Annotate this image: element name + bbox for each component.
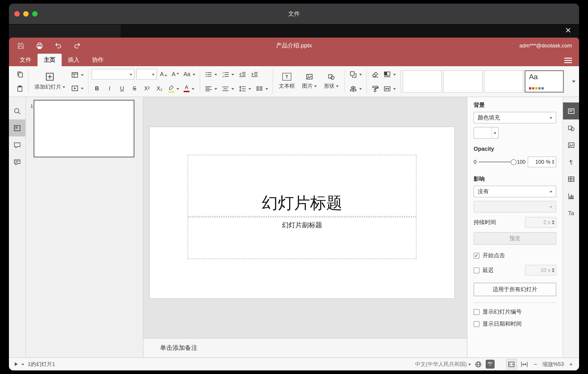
spin-down-icon[interactable] [552, 271, 555, 274]
undo-button[interactable] [54, 42, 62, 49]
theme-gallery-expand-button[interactable] [569, 79, 577, 83]
bullets-button[interactable] [203, 69, 219, 80]
start-slideshow-status-button[interactable] [13, 362, 24, 367]
close-window-button[interactable] [14, 11, 20, 17]
spell-check-button[interactable]: abc ✓ [486, 360, 495, 369]
insert-shape-button[interactable]: 形状 [321, 73, 341, 90]
tab-insert[interactable]: 插入 [62, 54, 86, 66]
notes-area[interactable]: 单击添加备注 [143, 338, 467, 357]
add-slide-button[interactable]: 添加幻灯片 [32, 72, 68, 91]
redo-button[interactable] [73, 42, 81, 49]
opacity-slider[interactable] [479, 162, 515, 162]
preview-button[interactable]: 预览 [474, 232, 556, 245]
effect-select[interactable]: 没有 [474, 186, 556, 197]
slide-thumbnail[interactable] [33, 100, 135, 157]
print-button[interactable] [36, 42, 43, 49]
strikethrough-button[interactable]: S [129, 83, 140, 94]
chart-settings-button[interactable] [563, 187, 579, 204]
fit-to-slide-button[interactable] [506, 359, 517, 370]
change-layout-button[interactable] [70, 69, 85, 80]
tab-file[interactable]: 文件 [13, 54, 38, 66]
spin-up-icon[interactable] [552, 267, 555, 270]
underline-button[interactable]: U [117, 83, 127, 94]
spin-down-icon[interactable] [552, 162, 555, 165]
close-icon[interactable]: × [565, 24, 571, 37]
slides-panel-button[interactable] [9, 120, 25, 136]
theme-tile-selected[interactable]: Aa [525, 70, 564, 93]
fill-type-select[interactable]: 颜色填充 [474, 112, 556, 123]
insert-image-button[interactable]: 图片 [299, 73, 319, 90]
language-select[interactable]: 中文(中华人民共和国) [415, 360, 471, 368]
tab-collaboration[interactable]: 协作 [86, 54, 110, 66]
decrease-font-button[interactable]: A [170, 69, 180, 80]
document-language-button[interactable] [474, 360, 482, 368]
spin-down-icon[interactable] [552, 223, 555, 226]
decrease-indent-button[interactable] [237, 69, 248, 80]
start-slideshow-button[interactable] [70, 83, 85, 93]
slide[interactable]: 幻灯片标题 幻灯片副标题 [150, 127, 454, 298]
subscript-button[interactable]: X₂ [154, 83, 165, 94]
shape-settings-button[interactable] [563, 120, 579, 136]
apply-to-all-button[interactable]: 适用于所有幻灯片 [474, 283, 556, 296]
line-spacing-button[interactable] [237, 83, 252, 94]
effect-option-select[interactable] [474, 201, 556, 212]
highlight-color-button[interactable] [167, 83, 180, 94]
italic-button[interactable]: I [104, 83, 115, 94]
insert-textbox-button[interactable]: T 文本框 [276, 73, 298, 90]
align-shapes-button[interactable] [348, 83, 363, 94]
superscript-button[interactable]: X² [142, 83, 152, 94]
arrange-shapes-button[interactable] [348, 69, 363, 80]
save-button[interactable] [17, 42, 25, 49]
bold-button[interactable]: B [92, 83, 102, 94]
paste-button[interactable] [15, 83, 25, 94]
theme-tile-blank-2[interactable] [443, 70, 483, 93]
chat-panel-button[interactable] [9, 154, 25, 170]
increase-indent-button[interactable] [249, 69, 260, 80]
comments-panel-button[interactable] [9, 136, 25, 154]
slide-size-button[interactable] [382, 83, 397, 94]
opacity-spinner[interactable]: 100 % [528, 157, 556, 167]
vertical-align-button[interactable] [220, 83, 235, 94]
spin-up-icon[interactable] [552, 219, 555, 222]
show-slide-number-checkbox[interactable]: ✓ 显示幻灯片编号 [474, 308, 556, 316]
minimize-window-button[interactable] [23, 11, 29, 17]
show-date-time-checkbox[interactable]: ✓ 显示日期和时间 [474, 320, 556, 328]
increase-font-button[interactable]: A [159, 69, 169, 80]
menu-icon[interactable] [564, 58, 572, 63]
copy-button[interactable] [15, 69, 25, 80]
duration-spinner[interactable]: 2 s [525, 217, 556, 228]
image-settings-button[interactable] [563, 136, 579, 154]
zoom-out-button[interactable]: − [532, 361, 539, 368]
color-scheme-button[interactable] [382, 69, 397, 80]
font-name-combo[interactable] [92, 69, 135, 80]
panel-divider [474, 302, 556, 303]
numbering-button[interactable] [220, 69, 235, 80]
theme-tile-blank-1[interactable] [403, 70, 442, 93]
table-settings-button[interactable] [563, 170, 579, 187]
zoom-window-button[interactable] [32, 11, 38, 17]
fill-color-picker[interactable] [474, 127, 499, 139]
horizontal-align-button[interactable] [203, 83, 219, 94]
slide-settings-button[interactable] [563, 102, 579, 120]
start-on-click-checkbox[interactable]: ✓ 开始点击 [474, 252, 556, 259]
clear-style-button[interactable] [370, 69, 380, 80]
delay-checkbox[interactable]: ✓ 延迟 10 s [474, 265, 556, 275]
tab-home[interactable]: 主页 [38, 54, 62, 66]
paragraph-settings-button[interactable]: ¶ [563, 154, 579, 170]
textart-settings-button[interactable]: Ta [563, 204, 579, 221]
copy-style-button[interactable] [370, 83, 380, 94]
fit-to-width-button[interactable] [521, 360, 528, 368]
chat-icon [13, 158, 21, 166]
slider-knob[interactable] [511, 159, 516, 165]
search-button[interactable] [9, 102, 25, 120]
title-placeholder[interactable]: 幻灯片标题 [188, 155, 416, 217]
columns-button[interactable] [254, 83, 269, 94]
font-size-combo[interactable] [136, 69, 157, 80]
font-color-button[interactable]: A [182, 83, 196, 94]
subtitle-placeholder[interactable]: 幻灯片副标题 [188, 217, 416, 259]
spin-up-icon[interactable] [552, 158, 555, 162]
theme-tile-blank-3[interactable] [484, 70, 523, 93]
delay-spinner[interactable]: 10 s [525, 265, 556, 275]
zoom-in-button[interactable]: + [567, 361, 575, 368]
change-case-button[interactable]: Aa [182, 69, 197, 80]
